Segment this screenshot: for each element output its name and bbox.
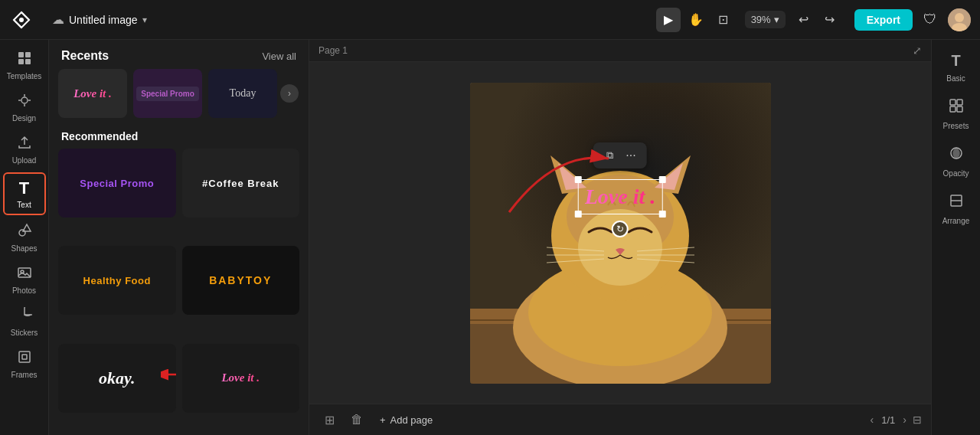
recents-next-button[interactable]: › [280, 84, 299, 103]
template-coffee-label: #Coffee Break [202, 178, 279, 189]
template-special-promo-label: Special Promo [80, 178, 154, 189]
text-icon: T [19, 178, 29, 198]
main-layout: Templates Design Upload T Text Shapes [0, 40, 980, 435]
presets-icon [949, 98, 964, 117]
opacity-icon [949, 146, 964, 165]
recent-item-today[interactable]: Today [208, 69, 277, 118]
frame-tool-button[interactable]: ⊡ [711, 8, 736, 32]
topbar-tools: ▶ ✋ ⊡ 39% ▾ ↩ ↪ [656, 8, 842, 32]
delete-page-button[interactable]: 🗑 [346, 409, 368, 430]
sidebar-item-frames[interactable]: Frames [3, 345, 46, 384]
right-panel-presets[interactable]: Presets [935, 92, 978, 136]
sidebar-item-design[interactable]: Design [3, 88, 46, 127]
topbar: ☁ Untitled image ▾ ▶ ✋ ⊡ 39% ▾ ↩ ↪ Expor… [0, 0, 980, 40]
frames-icon [17, 349, 32, 368]
recent-loveit-text: Love it . [74, 87, 112, 100]
undo-redo-group: ↩ ↪ [792, 8, 842, 32]
right-panel-arrange[interactable]: Arrange [935, 187, 978, 231]
svg-point-0 [19, 18, 24, 22]
fullscreen-button[interactable]: ⤢ [913, 44, 922, 57]
export-button[interactable]: Export [854, 9, 913, 31]
template-loveit[interactable]: Love it . [182, 344, 300, 413]
expand-button[interactable]: ⊟ [913, 414, 922, 426]
selected-text-element[interactable]: ⧉ ··· Love it . ↻ [578, 179, 663, 214]
next-page-button[interactable]: › [903, 414, 906, 426]
view-all-button[interactable]: View all [262, 51, 296, 62]
cat-background: ⧉ ··· Love it . ↻ [470, 83, 771, 384]
recent-special-text: Special Promo [136, 87, 198, 101]
template-healthy[interactable]: Healthy Food [58, 246, 176, 315]
svg-point-9 [19, 230, 25, 236]
template-babytoy-label: BABYTOY [209, 274, 272, 286]
canvas-image: ⧉ ··· Love it . ↻ [470, 83, 771, 384]
sidebar-item-stickers[interactable]: Stickers [3, 303, 46, 342]
right-panel-opacity[interactable]: Opacity [935, 139, 978, 184]
basic-text-icon: T [951, 52, 960, 70]
canvas-content[interactable]: ⧉ ··· Love it . ↻ [309, 62, 931, 404]
recents-row: Love it . Special Promo Today › [49, 69, 309, 127]
sidebar-item-text[interactable]: T Text [3, 172, 46, 215]
undo-button[interactable]: ↩ [792, 8, 816, 32]
sidebar-item-design-label: Design [12, 114, 36, 123]
doc-title-area: ☁ Untitled image ▾ [52, 12, 147, 27]
sidebar-item-templates[interactable]: Templates [3, 46, 46, 85]
add-page-button[interactable]: + Add page [374, 411, 439, 429]
cloud-icon: ☁ [52, 12, 64, 27]
canvas-text-value: Love it . [585, 185, 656, 209]
right-panel-basic[interactable]: T Basic [935, 46, 978, 89]
more-options-button[interactable]: ··· [621, 146, 641, 165]
svg-rect-14 [22, 355, 27, 359]
sidebar-item-stickers-label: Stickers [11, 329, 38, 337]
redo-button[interactable]: ↪ [818, 8, 842, 32]
arrange-icon [949, 193, 964, 212]
page-indicator: 1/1 [877, 413, 900, 427]
hand-tool-button[interactable]: ✋ [684, 8, 708, 32]
template-okay-label: okay. [99, 368, 135, 388]
template-babytoy[interactable]: BABYTOY [182, 246, 300, 315]
right-panel-opacity-label: Opacity [943, 169, 969, 178]
recent-item-special[interactable]: Special Promo [133, 69, 202, 118]
sidebar-item-photos-label: Photos [12, 286, 36, 295]
photos-icon [17, 265, 32, 284]
svg-rect-37 [950, 100, 956, 105]
handle-tl[interactable] [575, 176, 582, 183]
template-okay[interactable]: okay. [58, 344, 176, 413]
zoom-chevron-icon: ▾ [774, 14, 779, 25]
handle-bl[interactable] [575, 211, 582, 218]
zoom-value: 39% [751, 14, 771, 25]
design-icon [17, 93, 32, 112]
add-page-icon-button[interactable]: ⊞ [318, 409, 340, 430]
title-chevron-icon[interactable]: ▾ [142, 15, 147, 25]
svg-rect-7 [25, 59, 31, 64]
handle-br[interactable] [658, 211, 665, 218]
handle-tr[interactable] [658, 176, 665, 183]
sidebar-item-upload[interactable]: Upload [3, 130, 46, 169]
recommended-title: Recommended [49, 127, 309, 149]
right-panel: T Basic Presets Opacity Arrange [931, 40, 980, 435]
right-panel-basic-label: Basic [946, 74, 965, 83]
right-panel-arrange-label: Arrange [942, 217, 970, 225]
sidebar-item-shapes[interactable]: Shapes [3, 218, 46, 257]
zoom-control[interactable]: 39% ▾ [745, 11, 786, 28]
svg-rect-40 [957, 106, 962, 112]
panel-title: Recents [61, 49, 109, 63]
prev-page-button[interactable]: ‹ [871, 414, 874, 426]
select-tool-button[interactable]: ▶ [656, 8, 681, 32]
svg-rect-38 [957, 100, 962, 105]
shield-button[interactable]: 🛡 [919, 8, 942, 31]
template-special-promo[interactable]: Special Promo [58, 149, 176, 218]
avatar[interactable] [948, 8, 971, 31]
copy-style-button[interactable]: ⧉ [599, 146, 619, 165]
template-coffee[interactable]: #Coffee Break [182, 149, 300, 218]
templates-icon [17, 51, 32, 70]
template-loveit-label: Love it . [221, 371, 260, 384]
sidebar-item-photos[interactable]: Photos [3, 260, 46, 299]
sidebar-item-upload-label: Upload [12, 156, 37, 165]
app-logo[interactable] [9, 8, 34, 32]
recent-item-loveit[interactable]: Love it . [58, 69, 127, 118]
svg-rect-13 [19, 352, 30, 362]
bottom-left-tools: ⊞ 🗑 + Add page [318, 409, 439, 430]
right-panel-presets-label: Presets [943, 122, 969, 130]
recent-today-text: Today [230, 87, 256, 100]
rotate-handle[interactable]: ↻ [612, 221, 629, 237]
